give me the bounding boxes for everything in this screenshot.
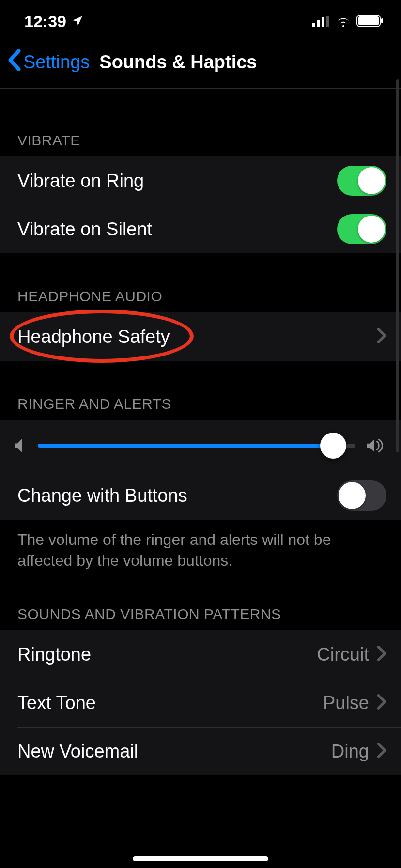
row-headphone-safety[interactable]: Headphone Safety bbox=[0, 312, 401, 361]
chevron-right-icon bbox=[377, 644, 386, 666]
back-button[interactable]: Settings bbox=[23, 52, 90, 73]
row-text-tone[interactable]: Text Tone Pulse bbox=[0, 679, 401, 727]
row-label: Change with Buttons bbox=[17, 485, 187, 506]
back-chevron-icon[interactable] bbox=[8, 49, 21, 75]
section-header-ringer-alerts: RINGER AND ALERTS bbox=[0, 396, 401, 420]
row-vibrate-on-ring[interactable]: Vibrate on Ring bbox=[0, 156, 401, 205]
svg-rect-6 bbox=[381, 18, 383, 23]
footer-ringer-alerts: The volume of the ringer and alerts will… bbox=[0, 520, 401, 571]
row-label: Ringtone bbox=[17, 644, 91, 665]
row-volume-slider bbox=[0, 420, 401, 471]
toggle-change-with-buttons[interactable] bbox=[337, 480, 386, 511]
row-label: Headphone Safety bbox=[17, 326, 170, 347]
row-new-voicemail[interactable]: New Voicemail Ding bbox=[0, 727, 401, 775]
svg-rect-1 bbox=[317, 20, 320, 27]
group-ringer-alerts: Change with Buttons bbox=[0, 420, 401, 520]
status-bar: 12:39 bbox=[0, 0, 401, 43]
row-vibrate-on-silent[interactable]: Vibrate on Silent bbox=[0, 205, 401, 253]
svg-rect-2 bbox=[322, 17, 324, 27]
row-label: Text Tone bbox=[17, 693, 96, 713]
home-indicator bbox=[133, 856, 268, 861]
group-vibrate: Vibrate on Ring Vibrate on Silent bbox=[0, 156, 401, 253]
toggle-vibrate-on-silent[interactable] bbox=[337, 214, 386, 244]
row-label: Vibrate on Silent bbox=[17, 219, 152, 240]
row-label: New Voicemail bbox=[17, 741, 138, 762]
cellular-icon bbox=[312, 12, 330, 31]
section-header-sounds-patterns: SOUNDS AND VIBRATION PATTERNS bbox=[0, 606, 401, 630]
row-change-with-buttons[interactable]: Change with Buttons bbox=[0, 471, 401, 520]
row-value: Ding bbox=[331, 741, 369, 762]
battery-icon bbox=[356, 12, 384, 31]
chevron-right-icon bbox=[377, 741, 386, 762]
status-right bbox=[312, 12, 384, 31]
svg-rect-5 bbox=[358, 16, 379, 25]
wifi-icon bbox=[335, 12, 352, 31]
toggle-vibrate-on-ring[interactable] bbox=[337, 166, 386, 196]
svg-rect-3 bbox=[326, 16, 329, 27]
section-header-vibrate: VIBRATE bbox=[0, 132, 401, 156]
row-label: Vibrate on Ring bbox=[17, 170, 144, 191]
volume-slider[interactable] bbox=[38, 434, 355, 458]
nav-bar: Settings Sounds & Haptics bbox=[0, 43, 401, 88]
page-title: Sounds & Haptics bbox=[99, 52, 257, 73]
location-icon bbox=[71, 12, 84, 31]
group-sounds-patterns: Ringtone Circuit Text Tone Pulse New Voi… bbox=[0, 630, 401, 775]
speaker-min-icon bbox=[15, 438, 26, 453]
row-value: Pulse bbox=[323, 693, 369, 713]
speaker-max-icon bbox=[367, 438, 386, 453]
chevron-right-icon bbox=[377, 692, 386, 714]
row-ringtone[interactable]: Ringtone Circuit bbox=[0, 630, 401, 679]
svg-rect-0 bbox=[312, 23, 315, 27]
status-time: 12:39 bbox=[24, 12, 66, 31]
chevron-right-icon bbox=[377, 326, 386, 348]
row-value: Circuit bbox=[317, 644, 369, 665]
status-left: 12:39 bbox=[24, 12, 84, 31]
section-header-headphone-audio: HEADPHONE AUDIO bbox=[0, 288, 401, 312]
group-headphone-audio: Headphone Safety bbox=[0, 312, 401, 361]
scroll-indicator bbox=[396, 79, 399, 452]
